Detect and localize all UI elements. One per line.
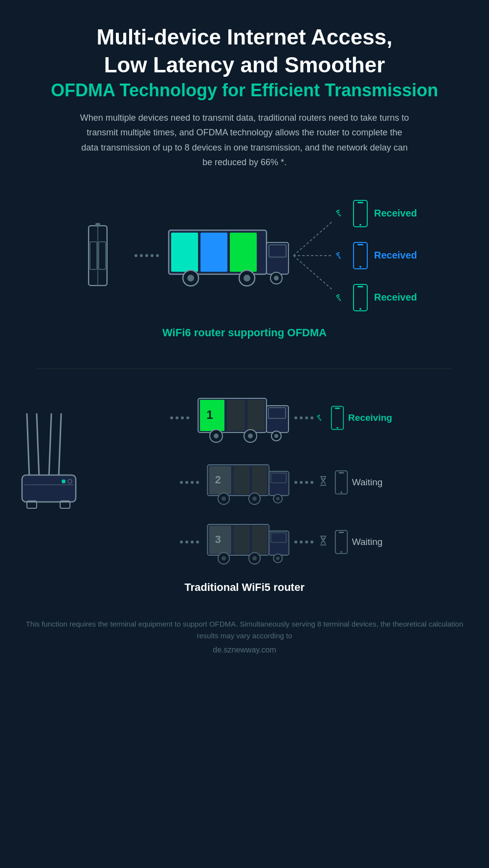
- svg-line-32: [27, 414, 29, 477]
- svg-rect-7: [200, 233, 227, 272]
- svg-rect-73: [338, 472, 344, 474]
- svg-point-16: [274, 276, 279, 281]
- svg-point-83: [222, 556, 226, 561]
- svg-point-27: [359, 266, 361, 268]
- svg-point-40: [62, 479, 66, 483]
- svg-rect-62: [233, 466, 249, 495]
- svg-point-55: [320, 419, 321, 421]
- svg-rect-36: [22, 475, 76, 502]
- svg-point-50: [214, 434, 219, 438]
- svg-line-33: [37, 414, 39, 477]
- device-row-3: Received: [335, 283, 418, 312]
- svg-point-67: [222, 497, 226, 501]
- device-label-3: Received: [374, 292, 418, 303]
- svg-point-12: [187, 275, 194, 282]
- phone-icon-2: [353, 241, 368, 270]
- dots-2: [180, 481, 199, 484]
- svg-point-71: [276, 497, 279, 500]
- svg-line-19: [293, 256, 333, 290]
- svg-point-28: [339, 299, 341, 301]
- wifi5-rows: 1: [15, 389, 474, 566]
- wifi-signal-recv: [316, 412, 327, 424]
- svg-rect-4: [95, 223, 100, 227]
- svg-rect-2: [90, 242, 97, 269]
- svg-rect-6: [171, 233, 198, 272]
- svg-point-69: [252, 497, 257, 501]
- title-line1: Multi-device Internet Access,: [29, 24, 460, 50]
- wifi6-devices-column: Received: [335, 199, 418, 312]
- svg-rect-72: [335, 471, 347, 494]
- svg-rect-22: [357, 202, 363, 203]
- svg-rect-57: [335, 408, 340, 409]
- wifi6-router-icon: [71, 217, 125, 295]
- title-line3: OFDMA Technology for Efficient Transmiss…: [29, 80, 460, 101]
- svg-point-90: [340, 551, 342, 553]
- wifi5-row-1: 1: [83, 389, 474, 447]
- svg-point-58: [336, 427, 338, 429]
- svg-point-87: [276, 557, 279, 560]
- svg-rect-3: [99, 242, 106, 269]
- svg-rect-26: [357, 244, 363, 245]
- wifi6-diagram: Received: [15, 195, 474, 317]
- device-row-2: Received: [335, 241, 418, 270]
- wifi-signal-3: [335, 291, 347, 304]
- wifi6-section: Received: [0, 185, 489, 359]
- wifi5-section: 1: [0, 379, 489, 608]
- wifi6-truck: [164, 216, 291, 296]
- footer-watermark: de.sznewway.com: [20, 646, 469, 654]
- section-divider: [37, 369, 452, 369]
- svg-point-23: [359, 224, 361, 226]
- wifi5-router-icon: [17, 399, 81, 556]
- svg-point-24: [339, 257, 341, 259]
- svg-rect-9: [267, 242, 289, 274]
- page-wrapper: Multi-device Internet Access, Low Latenc…: [0, 0, 489, 868]
- phone-icon-1: [353, 199, 368, 228]
- phone-icon-3: [353, 283, 368, 312]
- svg-text:3: 3: [215, 533, 221, 545]
- svg-line-34: [49, 414, 51, 477]
- svg-line-17: [293, 221, 333, 256]
- svg-rect-46: [247, 400, 265, 431]
- svg-rect-79: [252, 526, 267, 554]
- phone-active: [331, 405, 344, 431]
- phone-waiting-3: [334, 529, 348, 555]
- wifi5-row-2: 2: [83, 458, 474, 507]
- wifi5-router-container: [15, 399, 83, 556]
- dots-connector-1: [134, 254, 159, 257]
- header-description: When multiple devices need to transmit d…: [78, 110, 411, 170]
- svg-rect-25: [354, 242, 367, 269]
- dots-after-1: [294, 416, 313, 419]
- svg-text:1: 1: [206, 408, 213, 421]
- dots-3: [180, 541, 199, 543]
- wifi-signal-1: [335, 206, 347, 221]
- dots-1: [170, 416, 189, 419]
- svg-rect-78: [233, 526, 249, 554]
- svg-point-31: [359, 308, 361, 310]
- svg-point-20: [339, 215, 341, 216]
- svg-line-35: [59, 414, 61, 477]
- status-waiting-3: Waiting: [352, 537, 383, 547]
- svg-text:2: 2: [215, 474, 221, 486]
- wifi5-caption: Traditional WiFi5 router: [15, 581, 474, 599]
- footer-section: This function requires the terminal equi…: [0, 608, 489, 669]
- svg-rect-21: [354, 200, 367, 227]
- svg-point-14: [244, 275, 250, 282]
- wifi-signal-2: [335, 249, 347, 262]
- hourglass-icon-3: [318, 535, 329, 549]
- wifi6-caption: WiFi6 router supporting OFDMA: [15, 326, 474, 339]
- status-waiting-2: Waiting: [352, 477, 383, 488]
- device-row-1: Received: [335, 199, 418, 228]
- dots-after-2: [294, 481, 313, 484]
- svg-point-85: [252, 556, 257, 561]
- phone-waiting-2: [334, 470, 348, 495]
- footer-note-text: This function requires the terminal equi…: [20, 618, 469, 642]
- svg-rect-30: [357, 286, 363, 287]
- wifi5-truck-2: 2: [204, 458, 292, 507]
- wifi5-truck-1: 1: [194, 389, 292, 447]
- svg-point-52: [248, 434, 253, 438]
- dots-after-3: [294, 541, 313, 543]
- svg-rect-45: [227, 400, 245, 431]
- header-section: Multi-device Internet Access, Low Latenc…: [0, 0, 489, 185]
- svg-point-54: [274, 434, 278, 438]
- svg-rect-89: [338, 532, 344, 533]
